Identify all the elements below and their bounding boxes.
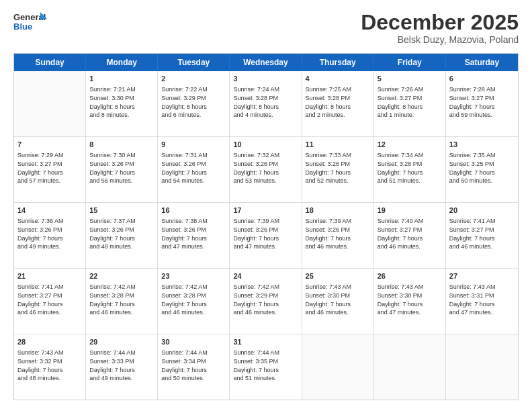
day-number: 26 xyxy=(378,271,442,281)
day-number: 14 xyxy=(17,205,82,216)
day-info: Sunrise: 7:32 AM Sunset: 3:26 PM Dayligh… xyxy=(233,152,279,184)
calendar-cell: 4Sunrise: 7:25 AM Sunset: 3:28 PM Daylig… xyxy=(302,71,374,136)
calendar-cell: 3Sunrise: 7:24 AM Sunset: 3:28 PM Daylig… xyxy=(230,71,302,136)
day-number: 1 xyxy=(89,74,154,84)
day-of-week-header: Monday xyxy=(86,54,158,71)
day-info: Sunrise: 7:21 AM Sunset: 3:30 PM Dayligh… xyxy=(89,86,136,118)
calendar-cell: 31Sunrise: 7:44 AM Sunset: 3:35 PM Dayli… xyxy=(230,334,302,400)
calendar-cell: 10Sunrise: 7:32 AM Sunset: 3:26 PM Dayli… xyxy=(230,137,302,202)
day-info: Sunrise: 7:42 AM Sunset: 3:28 PM Dayligh… xyxy=(89,283,136,316)
calendar-cell xyxy=(302,334,374,400)
day-info: Sunrise: 7:26 AM Sunset: 3:27 PM Dayligh… xyxy=(378,86,424,118)
day-info: Sunrise: 7:31 AM Sunset: 3:26 PM Dayligh… xyxy=(161,152,208,184)
calendar-cell xyxy=(374,334,446,400)
day-number: 7 xyxy=(17,140,82,150)
day-of-week-header: Tuesday xyxy=(158,54,230,71)
day-info: Sunrise: 7:41 AM Sunset: 3:27 PM Dayligh… xyxy=(17,283,64,316)
day-number: 23 xyxy=(161,271,226,281)
day-info: Sunrise: 7:28 AM Sunset: 3:27 PM Dayligh… xyxy=(449,86,496,118)
calendar-cell: 30Sunrise: 7:44 AM Sunset: 3:34 PM Dayli… xyxy=(158,334,230,400)
day-info: Sunrise: 7:37 AM Sunset: 3:26 PM Dayligh… xyxy=(89,218,136,250)
logo-svg: General Blue xyxy=(13,11,47,35)
calendar-cell xyxy=(14,71,86,136)
calendar-cell: 7Sunrise: 7:29 AM Sunset: 3:27 PM Daylig… xyxy=(14,137,86,202)
calendar-cell: 15Sunrise: 7:37 AM Sunset: 3:26 PM Dayli… xyxy=(86,203,158,268)
day-info: Sunrise: 7:29 AM Sunset: 3:27 PM Dayligh… xyxy=(17,152,64,184)
calendar-cell: 18Sunrise: 7:39 AM Sunset: 3:26 PM Dayli… xyxy=(302,203,374,268)
day-number: 30 xyxy=(161,337,226,347)
day-info: Sunrise: 7:22 AM Sunset: 3:29 PM Dayligh… xyxy=(161,86,208,118)
calendar-cell: 24Sunrise: 7:42 AM Sunset: 3:29 PM Dayli… xyxy=(230,269,302,334)
day-info: Sunrise: 7:43 AM Sunset: 3:32 PM Dayligh… xyxy=(17,349,64,381)
calendar-cell: 9Sunrise: 7:31 AM Sunset: 3:26 PM Daylig… xyxy=(158,137,230,202)
day-number: 25 xyxy=(306,271,370,281)
day-of-week-header: Wednesday xyxy=(230,54,302,71)
page: General Blue December 2025 Belsk Duzy, M… xyxy=(0,0,532,411)
day-number: 28 xyxy=(17,337,82,347)
calendar-cell: 26Sunrise: 7:43 AM Sunset: 3:30 PM Dayli… xyxy=(374,269,446,334)
day-number: 17 xyxy=(233,205,298,216)
day-number: 12 xyxy=(378,140,442,150)
day-info: Sunrise: 7:43 AM Sunset: 3:31 PM Dayligh… xyxy=(449,283,496,316)
day-info: Sunrise: 7:44 AM Sunset: 3:33 PM Dayligh… xyxy=(89,349,136,381)
header: General Blue December 2025 Belsk Duzy, M… xyxy=(13,11,519,45)
calendar-cell: 22Sunrise: 7:42 AM Sunset: 3:28 PM Dayli… xyxy=(86,269,158,334)
calendar-cell: 25Sunrise: 7:43 AM Sunset: 3:30 PM Dayli… xyxy=(302,269,374,334)
day-number: 13 xyxy=(449,140,515,150)
calendar-cell: 2Sunrise: 7:22 AM Sunset: 3:29 PM Daylig… xyxy=(158,71,230,136)
day-number: 19 xyxy=(378,205,442,216)
calendar-cell: 29Sunrise: 7:44 AM Sunset: 3:33 PM Dayli… xyxy=(86,334,158,400)
location: Belsk Duzy, Mazovia, Poland xyxy=(361,34,519,45)
day-info: Sunrise: 7:43 AM Sunset: 3:30 PM Dayligh… xyxy=(306,283,352,316)
day-info: Sunrise: 7:41 AM Sunset: 3:27 PM Dayligh… xyxy=(449,218,496,250)
calendar-cell: 1Sunrise: 7:21 AM Sunset: 3:30 PM Daylig… xyxy=(86,71,158,136)
day-number: 9 xyxy=(161,140,226,150)
day-info: Sunrise: 7:43 AM Sunset: 3:30 PM Dayligh… xyxy=(378,283,424,316)
calendar-week-row: 14Sunrise: 7:36 AM Sunset: 3:26 PM Dayli… xyxy=(14,203,518,269)
day-info: Sunrise: 7:30 AM Sunset: 3:26 PM Dayligh… xyxy=(89,152,136,184)
day-info: Sunrise: 7:25 AM Sunset: 3:28 PM Dayligh… xyxy=(306,86,352,118)
title-block: December 2025 Belsk Duzy, Mazovia, Polan… xyxy=(361,11,519,45)
calendar-cell: 27Sunrise: 7:43 AM Sunset: 3:31 PM Dayli… xyxy=(446,269,518,334)
day-info: Sunrise: 7:42 AM Sunset: 3:29 PM Dayligh… xyxy=(233,283,279,316)
day-info: Sunrise: 7:33 AM Sunset: 3:26 PM Dayligh… xyxy=(306,152,352,184)
svg-text:Blue: Blue xyxy=(13,21,32,32)
calendar-cell: 8Sunrise: 7:30 AM Sunset: 3:26 PM Daylig… xyxy=(86,137,158,202)
day-number: 6 xyxy=(449,74,515,84)
day-number: 2 xyxy=(161,74,226,84)
calendar-cell: 28Sunrise: 7:43 AM Sunset: 3:32 PM Dayli… xyxy=(14,334,86,400)
calendar-cell: 13Sunrise: 7:35 AM Sunset: 3:25 PM Dayli… xyxy=(446,137,518,202)
day-number: 21 xyxy=(17,271,82,281)
day-of-week-header: Saturday xyxy=(446,54,518,71)
day-number: 3 xyxy=(233,74,298,84)
day-number: 10 xyxy=(233,140,298,150)
day-number: 22 xyxy=(89,271,154,281)
day-info: Sunrise: 7:24 AM Sunset: 3:28 PM Dayligh… xyxy=(233,86,279,118)
day-number: 20 xyxy=(449,205,515,216)
day-number: 18 xyxy=(306,205,370,216)
calendar-week-row: 28Sunrise: 7:43 AM Sunset: 3:32 PM Dayli… xyxy=(14,334,518,400)
calendar-cell: 12Sunrise: 7:34 AM Sunset: 3:26 PM Dayli… xyxy=(374,137,446,202)
day-number: 31 xyxy=(233,337,298,347)
calendar-week-row: 7Sunrise: 7:29 AM Sunset: 3:27 PM Daylig… xyxy=(14,137,518,203)
day-info: Sunrise: 7:39 AM Sunset: 3:26 PM Dayligh… xyxy=(233,218,279,250)
calendar-cell: 14Sunrise: 7:36 AM Sunset: 3:26 PM Dayli… xyxy=(14,203,86,268)
day-info: Sunrise: 7:34 AM Sunset: 3:26 PM Dayligh… xyxy=(378,152,424,184)
day-info: Sunrise: 7:42 AM Sunset: 3:28 PM Dayligh… xyxy=(161,283,208,316)
day-number: 27 xyxy=(449,271,515,281)
calendar-cell: 6Sunrise: 7:28 AM Sunset: 3:27 PM Daylig… xyxy=(446,71,518,136)
calendar-cell: 11Sunrise: 7:33 AM Sunset: 3:26 PM Dayli… xyxy=(302,137,374,202)
calendar-header: SundayMondayTuesdayWednesdayThursdayFrid… xyxy=(14,54,518,71)
day-number: 5 xyxy=(378,74,442,84)
calendar-cell: 16Sunrise: 7:38 AM Sunset: 3:26 PM Dayli… xyxy=(158,203,230,268)
day-of-week-header: Thursday xyxy=(302,54,374,71)
calendar-cell: 5Sunrise: 7:26 AM Sunset: 3:27 PM Daylig… xyxy=(374,71,446,136)
day-number: 29 xyxy=(89,337,154,347)
calendar-week-row: 21Sunrise: 7:41 AM Sunset: 3:27 PM Dayli… xyxy=(14,269,518,334)
day-info: Sunrise: 7:39 AM Sunset: 3:26 PM Dayligh… xyxy=(306,218,352,250)
calendar-cell: 19Sunrise: 7:40 AM Sunset: 3:27 PM Dayli… xyxy=(374,203,446,268)
day-info: Sunrise: 7:38 AM Sunset: 3:26 PM Dayligh… xyxy=(161,218,208,250)
day-number: 11 xyxy=(306,140,370,150)
calendar-cell: 20Sunrise: 7:41 AM Sunset: 3:27 PM Dayli… xyxy=(446,203,518,268)
day-of-week-header: Friday xyxy=(374,54,446,71)
